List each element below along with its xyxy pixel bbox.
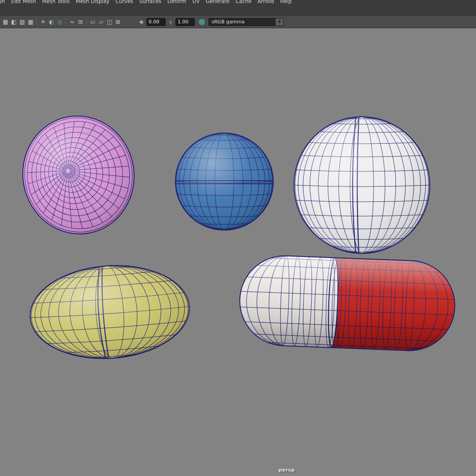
object-blue-sphere-pill[interactable] <box>175 133 273 230</box>
view-transform-dropdown[interactable]: sRGB gamma ▼ <box>208 18 284 26</box>
menu-item-uv[interactable]: UV <box>190 0 203 4</box>
exposure-input[interactable] <box>146 18 166 26</box>
object-white-sphere-pill[interactable] <box>294 117 430 253</box>
viewport-canvas[interactable] <box>0 28 476 476</box>
menu-item-arnold[interactable]: Arnold <box>254 0 277 4</box>
menubar-row: Mesh Edit Mesh Mesh Tools Mesh Display C… <box>0 0 295 4</box>
chevron-down-icon[interactable]: ▼ <box>275 18 284 26</box>
wireframe-display-icon[interactable]: ◧ <box>10 18 18 26</box>
object-yellow-oval-tablet[interactable] <box>27 260 193 364</box>
occlusion-icon[interactable]: ◎ <box>56 18 64 26</box>
default-lighting-icon[interactable]: ☀ <box>39 18 47 26</box>
menu-item-curves[interactable]: Curves <box>112 0 136 4</box>
menu-item-mesh-tools[interactable]: Mesh Tools <box>39 0 72 4</box>
toolbar-separator <box>66 19 66 26</box>
panel-toolbar: ▦ ◧ ▨ ▩ ☀ ◐ ◎ ≈ ⊞ ▭ ▱ ◫ ⊠ ◉ γ sRGB gamma… <box>0 16 476 28</box>
wireframe-on-shaded-icon[interactable]: ▩ <box>26 18 35 26</box>
xray-icon[interactable]: ⊠ <box>114 18 122 26</box>
toolbar-separator <box>37 19 37 26</box>
menu-item-deform[interactable]: Deform <box>164 0 190 4</box>
isolate-select-icon[interactable]: ◫ <box>105 18 114 26</box>
shaded-display-icon[interactable]: ▦ <box>1 18 10 26</box>
menu-item-edit-mesh[interactable]: Edit Mesh <box>8 0 39 4</box>
motion-blur-icon[interactable]: ≈ <box>68 18 76 26</box>
gamma-icon[interactable]: γ <box>167 18 174 26</box>
object-pink-round-tablet[interactable] <box>14 107 144 243</box>
object-red-white-capsule[interactable] <box>238 254 456 353</box>
menu-item-cache[interactable]: Cache <box>233 0 255 4</box>
multisample-icon[interactable]: ⊞ <box>76 18 85 26</box>
view-transform-value: sRGB gamma <box>208 18 275 26</box>
camera-name-label: persp <box>279 467 295 473</box>
toolbar-separator <box>86 19 87 26</box>
exposure-icon[interactable]: ◉ <box>138 18 145 26</box>
shadows-icon[interactable]: ◐ <box>47 18 56 26</box>
texture-view-icon[interactable]: ▱ <box>97 18 105 26</box>
image-plane-icon[interactable]: ▭ <box>89 18 97 26</box>
menubar: Mesh Edit Mesh Mesh Tools Mesh Display C… <box>0 0 476 16</box>
menu-item-mesh-display[interactable]: Mesh Display <box>73 0 112 4</box>
menu-item-mesh[interactable]: Mesh <box>0 0 8 4</box>
gamma-input[interactable] <box>175 18 195 26</box>
menu-item-surfaces[interactable]: Surfaces <box>136 0 164 4</box>
menu-item-help[interactable]: Help <box>277 0 295 4</box>
maya-window: Mesh Edit Mesh Mesh Tools Mesh Display C… <box>0 0 476 476</box>
textured-display-icon[interactable]: ▨ <box>18 18 26 26</box>
perspective-viewport[interactable]: persp <box>0 28 476 476</box>
menu-item-generate[interactable]: Generate <box>203 0 233 4</box>
color-management-icon[interactable] <box>199 19 205 25</box>
